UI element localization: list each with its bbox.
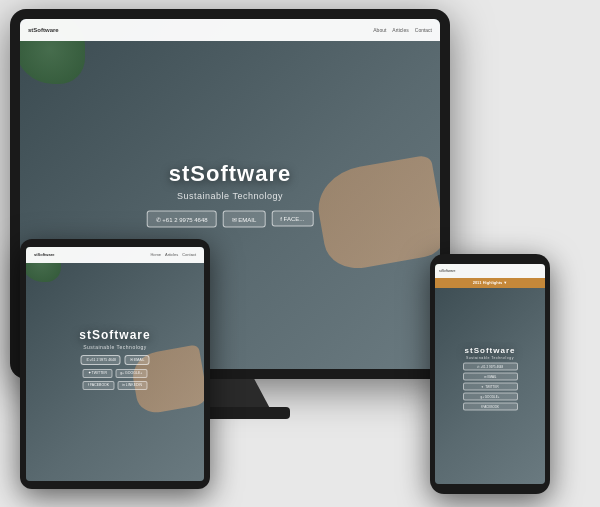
tablet-nav-articles[interactable]: Articles <box>165 252 178 257</box>
monitor-nav-contact[interactable]: Contact <box>415 27 432 33</box>
tablet-email-button[interactable]: ✉ EMAIL <box>125 355 149 365</box>
monitor-nav-articles[interactable]: Articles <box>392 27 408 33</box>
tablet-nav-brand: stSoftware <box>34 252 150 257</box>
monitor-facebook-button[interactable]: f FACE... <box>271 211 313 227</box>
tablet-linkedin-button[interactable]: in LINKEDIN <box>117 381 147 390</box>
phone-hero: stSoftware Sustainable Technology ✆ +61 … <box>435 345 545 410</box>
tablet-website: stSoftware Home Articles Contact stSoftw… <box>26 247 204 481</box>
tablet: stSoftware Home Articles Contact stSoftw… <box>20 239 210 489</box>
tablet-nav-contact[interactable]: Contact <box>182 252 196 257</box>
phone-nav: stSoftware <box>435 264 545 278</box>
monitor-phone-button[interactable]: ✆ +61 2 9975 4648 <box>147 210 217 227</box>
phone-screen: stSoftware 2011 Highlights ▼ stSoftware … <box>435 264 545 484</box>
tablet-hero: stSoftware Sustainable Technology ✆ +61 … <box>71 328 160 390</box>
phone-phone-button[interactable]: ✆ +61 2 9975 4648 <box>463 362 518 370</box>
phone-email-button[interactable]: ✉ EMAIL <box>463 372 518 380</box>
monitor-nav: stSoftware About Articles Contact <box>20 19 440 41</box>
phone-highlight-bar[interactable]: 2011 Highlights ▼ <box>435 278 545 288</box>
phone-social-list: ✆ +61 2 9975 4648 ✉ EMAIL ✦ TWITTER g+ G… <box>435 362 545 410</box>
monitor-hero-title: stSoftware <box>147 160 314 186</box>
phone-nav-brand: stSoftware <box>439 269 456 273</box>
monitor-nav-about[interactable]: About <box>373 27 386 33</box>
phone-hero-subtitle: Sustainable Technology <box>435 355 545 359</box>
monitor-nav-brand: stSoftware <box>28 27 373 33</box>
tablet-hero-subtitle: Sustainable Technology <box>71 344 160 350</box>
tablet-nav-links: Home Articles Contact <box>150 252 196 257</box>
phone-website: stSoftware 2011 Highlights ▼ stSoftware … <box>435 264 545 484</box>
tablet-googleplus-button[interactable]: g+ GOOGLE+ <box>115 369 147 378</box>
phone-hero-title: stSoftware <box>435 345 545 354</box>
monitor-hero-buttons: ✆ +61 2 9975 4648 ✉ EMAIL f FACE... <box>147 210 314 227</box>
tablet-screen: stSoftware Home Articles Contact stSoftw… <box>26 247 204 481</box>
tablet-phone-button[interactable]: ✆ +61 2 9975 4648 <box>81 355 121 365</box>
scene: stSoftware About Articles Contact stSoft… <box>10 9 590 499</box>
phone-facebook-button[interactable]: f FACEBOOK <box>463 402 518 410</box>
tablet-nav: stSoftware Home Articles Contact <box>26 247 204 263</box>
monitor-hero-subtitle: Sustainable Technology <box>147 190 314 200</box>
phone: stSoftware 2011 Highlights ▼ stSoftware … <box>430 254 550 494</box>
monitor-nav-links: About Articles Contact <box>373 27 432 33</box>
phone-googleplus-button[interactable]: g+ GOOGLE+ <box>463 392 518 400</box>
monitor-email-button[interactable]: ✉ EMAIL <box>223 210 266 227</box>
tablet-hero-buttons: ✆ +61 2 9975 4648 ✉ EMAIL <box>71 355 160 365</box>
tablet-hero-title: stSoftware <box>71 328 160 342</box>
phone-twitter-button[interactable]: ✦ TWITTER <box>463 382 518 390</box>
tablet-nav-home[interactable]: Home <box>150 252 161 257</box>
tablet-facebook-button[interactable]: f FACEBOOK <box>83 381 114 390</box>
tablet-twitter-button[interactable]: ✦ TWITTER <box>83 369 112 378</box>
tablet-social-buttons: ✦ TWITTER g+ GOOGLE+ f FACEBOOK in LINKE… <box>71 369 160 390</box>
monitor-hero: stSoftware Sustainable Technology ✆ +61 … <box>147 160 314 227</box>
bg-hand-decoration <box>312 154 440 273</box>
